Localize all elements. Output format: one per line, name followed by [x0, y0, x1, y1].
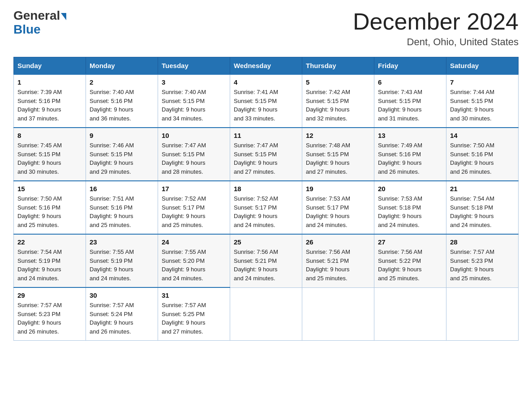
logo-general-text: General	[13, 9, 60, 23]
calendar-day-cell: 25 Sunrise: 7:56 AMSunset: 5:21 PMDaylig…	[230, 234, 302, 287]
day-number: 25	[234, 238, 298, 246]
day-info: Sunrise: 7:56 AMSunset: 5:21 PMDaylight:…	[306, 248, 370, 283]
day-info: Sunrise: 7:48 AMSunset: 5:15 PMDaylight:…	[306, 141, 370, 176]
day-number: 31	[162, 291, 226, 299]
day-number: 12	[306, 132, 370, 139]
calendar-day-cell: 18 Sunrise: 7:52 AMSunset: 5:17 PMDaylig…	[230, 181, 302, 234]
calendar-day-cell: 26 Sunrise: 7:56 AMSunset: 5:21 PMDaylig…	[302, 234, 374, 287]
day-number: 2	[90, 78, 154, 86]
day-number: 28	[450, 238, 515, 246]
day-info: Sunrise: 7:52 AMSunset: 5:17 PMDaylight:…	[162, 194, 226, 229]
day-number: 7	[450, 78, 515, 86]
calendar-day-cell: 1 Sunrise: 7:39 AMSunset: 5:16 PMDayligh…	[14, 74, 86, 128]
day-number: 13	[378, 132, 442, 139]
calendar-day-cell: 8 Sunrise: 7:45 AMSunset: 5:15 PMDayligh…	[14, 128, 86, 181]
day-info: Sunrise: 7:45 AMSunset: 5:15 PMDaylight:…	[17, 141, 82, 176]
calendar-table: SundayMondayTuesdayWednesdayThursdayFrid…	[13, 57, 519, 341]
day-info: Sunrise: 7:52 AMSunset: 5:17 PMDaylight:…	[234, 194, 298, 229]
logo-blue-text: Blue	[13, 23, 41, 37]
weekday-header-row: SundayMondayTuesdayWednesdayThursdayFrid…	[14, 57, 519, 75]
weekday-header-monday: Monday	[86, 57, 158, 75]
day-number: 30	[90, 291, 154, 299]
day-info: Sunrise: 7:43 AMSunset: 5:15 PMDaylight:…	[378, 88, 442, 123]
day-info: Sunrise: 7:54 AMSunset: 5:19 PMDaylight:…	[17, 248, 82, 283]
day-info: Sunrise: 7:57 AMSunset: 5:24 PMDaylight:…	[90, 301, 154, 336]
calendar-day-cell: 28 Sunrise: 7:57 AMSunset: 5:23 PMDaylig…	[446, 234, 519, 287]
calendar-day-cell: 20 Sunrise: 7:53 AMSunset: 5:18 PMDaylig…	[374, 181, 446, 234]
logo-triangle-icon	[61, 13, 66, 20]
calendar-day-cell: 24 Sunrise: 7:55 AMSunset: 5:20 PMDaylig…	[158, 234, 230, 287]
day-info: Sunrise: 7:57 AMSunset: 5:25 PMDaylight:…	[162, 301, 226, 336]
day-number: 20	[378, 185, 442, 193]
day-info: Sunrise: 7:46 AMSunset: 5:15 PMDaylight:…	[90, 141, 154, 176]
day-info: Sunrise: 7:55 AMSunset: 5:19 PMDaylight:…	[90, 248, 154, 283]
day-info: Sunrise: 7:54 AMSunset: 5:18 PMDaylight:…	[450, 194, 515, 229]
weekday-header-sunday: Sunday	[14, 57, 86, 75]
calendar-week-row: 1 Sunrise: 7:39 AMSunset: 5:16 PMDayligh…	[14, 74, 519, 128]
day-number: 11	[234, 132, 298, 139]
day-number: 4	[234, 78, 298, 86]
day-number: 18	[234, 185, 298, 193]
calendar-day-cell: 13 Sunrise: 7:49 AMSunset: 5:16 PMDaylig…	[374, 128, 446, 181]
day-number: 15	[17, 185, 82, 193]
page-header: General Blue December 2024 Dent, Ohio, U…	[13, 9, 519, 48]
calendar-title: December 2024	[353, 9, 519, 34]
logo: General Blue	[13, 9, 66, 37]
day-info: Sunrise: 7:41 AMSunset: 5:15 PMDaylight:…	[234, 88, 298, 123]
calendar-day-cell: 3 Sunrise: 7:40 AMSunset: 5:15 PMDayligh…	[158, 74, 230, 128]
calendar-day-cell: 4 Sunrise: 7:41 AMSunset: 5:15 PMDayligh…	[230, 74, 302, 128]
calendar-day-cell: 17 Sunrise: 7:52 AMSunset: 5:17 PMDaylig…	[158, 181, 230, 234]
calendar-day-cell: 10 Sunrise: 7:47 AMSunset: 5:15 PMDaylig…	[158, 128, 230, 181]
calendar-day-cell: 6 Sunrise: 7:43 AMSunset: 5:15 PMDayligh…	[374, 74, 446, 128]
weekday-header-wednesday: Wednesday	[230, 57, 302, 75]
calendar-body: 1 Sunrise: 7:39 AMSunset: 5:16 PMDayligh…	[14, 74, 519, 341]
day-number: 6	[378, 78, 442, 86]
calendar-day-cell: 19 Sunrise: 7:53 AMSunset: 5:17 PMDaylig…	[302, 181, 374, 234]
day-number: 23	[90, 238, 154, 246]
empty-cell	[374, 287, 446, 341]
day-info: Sunrise: 7:50 AMSunset: 5:16 PMDaylight:…	[450, 141, 515, 176]
day-number: 22	[17, 238, 82, 246]
day-number: 8	[17, 132, 82, 139]
empty-cell	[302, 287, 374, 341]
day-info: Sunrise: 7:50 AMSunset: 5:16 PMDaylight:…	[17, 194, 82, 229]
day-info: Sunrise: 7:56 AMSunset: 5:21 PMDaylight:…	[234, 248, 298, 283]
day-number: 17	[162, 185, 226, 193]
day-number: 10	[162, 132, 226, 139]
weekday-header-tuesday: Tuesday	[158, 57, 230, 75]
calendar-day-cell: 11 Sunrise: 7:47 AMSunset: 5:15 PMDaylig…	[230, 128, 302, 181]
weekday-header-thursday: Thursday	[302, 57, 374, 75]
calendar-day-cell: 27 Sunrise: 7:56 AMSunset: 5:22 PMDaylig…	[374, 234, 446, 287]
calendar-day-cell: 23 Sunrise: 7:55 AMSunset: 5:19 PMDaylig…	[86, 234, 158, 287]
day-info: Sunrise: 7:56 AMSunset: 5:22 PMDaylight:…	[378, 248, 442, 283]
day-number: 16	[90, 185, 154, 193]
day-info: Sunrise: 7:42 AMSunset: 5:15 PMDaylight:…	[306, 88, 370, 123]
day-info: Sunrise: 7:57 AMSunset: 5:23 PMDaylight:…	[450, 248, 515, 283]
day-number: 1	[17, 78, 82, 86]
calendar-day-cell: 16 Sunrise: 7:51 AMSunset: 5:16 PMDaylig…	[86, 181, 158, 234]
day-info: Sunrise: 7:47 AMSunset: 5:15 PMDaylight:…	[162, 141, 226, 176]
calendar-day-cell: 5 Sunrise: 7:42 AMSunset: 5:15 PMDayligh…	[302, 74, 374, 128]
title-block: December 2024 Dent, Ohio, United States	[353, 9, 519, 48]
day-info: Sunrise: 7:40 AMSunset: 5:15 PMDaylight:…	[162, 88, 226, 123]
day-number: 21	[450, 185, 515, 193]
day-info: Sunrise: 7:51 AMSunset: 5:16 PMDaylight:…	[90, 194, 154, 229]
day-number: 29	[17, 291, 82, 299]
weekday-header-saturday: Saturday	[446, 57, 519, 75]
calendar-day-cell: 7 Sunrise: 7:44 AMSunset: 5:15 PMDayligh…	[446, 74, 519, 128]
empty-cell	[230, 287, 302, 341]
day-number: 19	[306, 185, 370, 193]
calendar-week-row: 15 Sunrise: 7:50 AMSunset: 5:16 PMDaylig…	[14, 181, 519, 234]
day-number: 24	[162, 238, 226, 246]
calendar-header: SundayMondayTuesdayWednesdayThursdayFrid…	[14, 57, 519, 75]
day-info: Sunrise: 7:47 AMSunset: 5:15 PMDaylight:…	[234, 141, 298, 176]
day-info: Sunrise: 7:53 AMSunset: 5:18 PMDaylight:…	[378, 194, 442, 229]
calendar-day-cell: 22 Sunrise: 7:54 AMSunset: 5:19 PMDaylig…	[14, 234, 86, 287]
calendar-day-cell: 2 Sunrise: 7:40 AMSunset: 5:16 PMDayligh…	[86, 74, 158, 128]
day-info: Sunrise: 7:40 AMSunset: 5:16 PMDaylight:…	[90, 88, 154, 123]
day-info: Sunrise: 7:57 AMSunset: 5:23 PMDaylight:…	[17, 301, 82, 336]
calendar-location: Dent, Ohio, United States	[353, 36, 519, 48]
day-number: 14	[450, 132, 515, 139]
calendar-week-row: 22 Sunrise: 7:54 AMSunset: 5:19 PMDaylig…	[14, 234, 519, 287]
calendar-day-cell: 12 Sunrise: 7:48 AMSunset: 5:15 PMDaylig…	[302, 128, 374, 181]
